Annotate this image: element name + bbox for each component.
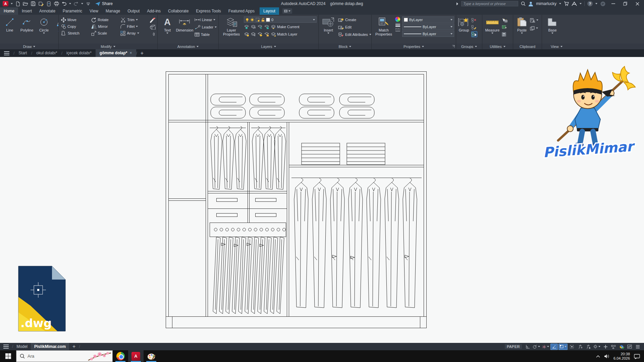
- qat-customize-icon[interactable]: [86, 1, 91, 6]
- scale-tool[interactable]: Scale: [91, 30, 117, 37]
- match-properties-button[interactable]: Match Properties: [374, 16, 393, 36]
- measure-button[interactable]: Measure: [485, 16, 500, 34]
- create-block-button[interactable]: Create: [338, 16, 371, 23]
- trim-tool[interactable]: Trim: [120, 16, 148, 23]
- autodesk-icon[interactable]: [572, 2, 577, 6]
- new-layout-button[interactable]: +: [69, 344, 79, 350]
- user-menu-caret[interactable]: [559, 3, 561, 4]
- quick-select-icon[interactable]: [502, 17, 507, 23]
- autodesk-caret[interactable]: [580, 3, 582, 4]
- notification-icon[interactable]: [634, 354, 640, 359]
- ungroup-icon[interactable]: [471, 17, 477, 23]
- explode-tool[interactable]: [150, 24, 156, 30]
- autocad-app-icon[interactable]: A: [3, 1, 8, 6]
- insert-block-button[interactable]: Insert: [321, 16, 336, 34]
- cut-icon[interactable]: [530, 17, 538, 23]
- edit-attributes-caret[interactable]: [369, 34, 371, 35]
- panel-label-groups[interactable]: Groups: [456, 44, 482, 49]
- properties-dialog-launcher[interactable]: [452, 45, 455, 48]
- erase-tool[interactable]: [150, 17, 156, 23]
- make-current-button[interactable]: Make Current: [271, 23, 300, 30]
- annotation-visibility-toggle[interactable]: [576, 344, 584, 350]
- object-snap-toggle[interactable]: [558, 344, 568, 350]
- layer-off-icon[interactable]: [244, 25, 249, 29]
- linear-tool[interactable]: Linear: [195, 16, 217, 23]
- base-button[interactable]: Base: [544, 16, 560, 34]
- paste-caret[interactable]: [521, 33, 523, 34]
- taskbar-search-input[interactable]: [28, 354, 85, 359]
- tab-home[interactable]: Home: [0, 7, 18, 15]
- restore-button[interactable]: [621, 0, 630, 7]
- tab-layout[interactable]: Layout: [260, 7, 279, 15]
- open-folder-icon[interactable]: [23, 1, 28, 6]
- circle-tool[interactable]: Circle: [37, 16, 51, 34]
- dimension-tool[interactable]: Dimension: [177, 16, 192, 32]
- tab-view[interactable]: View: [86, 7, 102, 15]
- lineweight-dropdown[interactable]: ByLayer: [402, 23, 454, 30]
- layer-properties-button[interactable]: Layer Properties: [221, 16, 242, 36]
- layout-menu-icon[interactable]: [0, 345, 12, 349]
- taskbar-app-paint[interactable]: [144, 350, 159, 362]
- search-expand-icon[interactable]: [456, 2, 459, 5]
- layer-ondot-icon[interactable]: [244, 32, 249, 37]
- measure-caret[interactable]: [491, 33, 493, 34]
- isodraft-toggle[interactable]: [541, 344, 550, 350]
- clean-screen-toggle[interactable]: [626, 344, 633, 350]
- annotation-autoscale-toggle[interactable]: [584, 344, 592, 350]
- tab-output[interactable]: Output: [124, 7, 143, 15]
- file-tab-start[interactable]: Start: [14, 49, 31, 57]
- tab-close-icon[interactable]: ×: [130, 49, 132, 57]
- search-icon[interactable]: [521, 1, 526, 6]
- group-edit-icon[interactable]: [471, 24, 477, 30]
- polar-tracking-toggle[interactable]: [550, 344, 558, 350]
- text-tool[interactable]: A Text: [160, 16, 175, 34]
- file-tab-okul-dolabi[interactable]: okul dolabı*: [32, 49, 61, 57]
- base-caret[interactable]: [551, 33, 553, 34]
- group-button[interactable]: Group: [458, 16, 470, 32]
- line-tool[interactable]: Line: [2, 16, 17, 32]
- layer-lockfade-icon[interactable]: [264, 32, 269, 37]
- move-tool[interactable]: Move: [61, 16, 88, 23]
- windows-start-button[interactable]: [0, 350, 16, 362]
- panel-label-modify[interactable]: Modify: [59, 44, 157, 49]
- fillet-caret[interactable]: [136, 26, 138, 27]
- redo-icon[interactable]: [73, 1, 79, 6]
- selection-cycling-toggle[interactable]: [568, 344, 576, 350]
- layer-thawall-icon[interactable]: [257, 32, 262, 37]
- panel-label-properties[interactable]: Properties: [372, 44, 456, 49]
- match-layer-button[interactable]: Match Layer: [271, 31, 298, 38]
- new-tab-button[interactable]: +: [137, 50, 147, 56]
- tab-collaborate[interactable]: Collaborate: [164, 7, 192, 15]
- tab-featured-apps[interactable]: Featured Apps: [225, 7, 258, 15]
- linetype-dropdown[interactable]: ByLayer: [402, 31, 454, 37]
- panel-label-draw[interactable]: Draw: [0, 44, 58, 49]
- undo-caret[interactable]: [69, 3, 71, 4]
- isolate-objects-toggle[interactable]: [610, 344, 617, 350]
- circle-caret[interactable]: [43, 33, 45, 34]
- edit-block-button[interactable]: Edit: [338, 24, 371, 31]
- help-icon[interactable]: ?: [587, 1, 593, 6]
- tray-expand-icon[interactable]: [596, 355, 600, 358]
- taskbar-app-chrome[interactable]: [113, 350, 128, 362]
- rotate-tool[interactable]: Rotate: [91, 16, 117, 23]
- layer-freeze-icon[interactable]: [257, 25, 262, 29]
- arc-tool[interactable]: Arc: [54, 16, 58, 34]
- layer-lock-icon[interactable]: [264, 25, 269, 29]
- save-as-icon[interactable]: [38, 1, 44, 6]
- linear-caret[interactable]: [213, 19, 215, 20]
- taskbar-search[interactable]: [16, 350, 113, 362]
- copy-tool[interactable]: Copy: [61, 23, 88, 30]
- ribbon-collapse-button[interactable]: [282, 8, 292, 14]
- leader-caret[interactable]: [215, 26, 217, 28]
- layout-tab-pislikmimar[interactable]: PislikMimar.com: [31, 343, 69, 350]
- save-icon[interactable]: [31, 1, 36, 6]
- panel-label-clipboard[interactable]: Clipboard: [513, 44, 542, 49]
- polyline-tool[interactable]: Polyline: [19, 16, 34, 32]
- tab-parametric[interactable]: Parametric: [59, 7, 86, 15]
- user-avatar-icon[interactable]: [528, 1, 533, 6]
- edit-attributes-button[interactable]: Edit Attributes: [338, 31, 371, 38]
- layer-isolate-icon[interactable]: [251, 25, 256, 29]
- model-tab[interactable]: Model: [13, 343, 31, 350]
- tab-manage[interactable]: Manage: [102, 7, 124, 15]
- feedback-icon[interactable]: [600, 1, 606, 6]
